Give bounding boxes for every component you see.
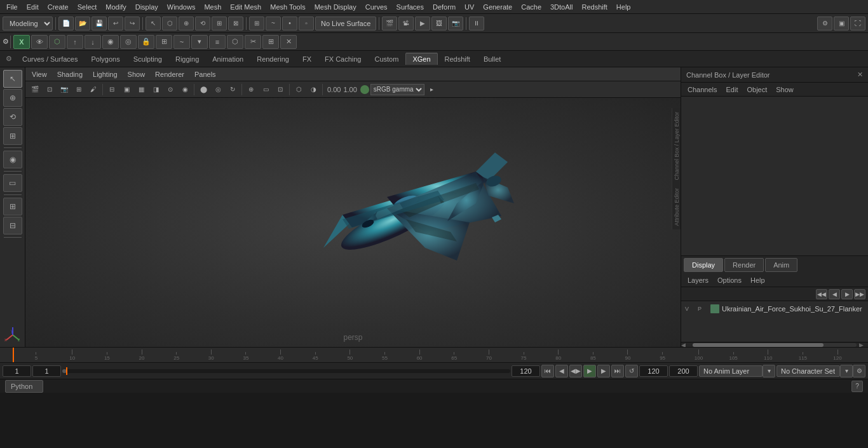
- xgen-extra1-btn[interactable]: ⊞: [262, 35, 279, 49]
- char-set-dropdown[interactable]: ▾: [840, 365, 853, 377]
- menu-windows[interactable]: Windows: [163, 2, 200, 12]
- rect-sel-btn[interactable]: ▭: [3, 174, 22, 192]
- layer-skip-forward-btn[interactable]: ▶▶: [854, 289, 865, 299]
- char-set-field[interactable]: No Character Set: [776, 365, 840, 377]
- rotate-btn[interactable]: ⟲: [195, 17, 210, 31]
- menu-edit[interactable]: Edit: [23, 2, 43, 12]
- vp-hud-btn[interactable]: ⊕: [244, 83, 258, 96]
- layer-skip-back-btn[interactable]: ◀◀: [816, 289, 827, 299]
- snap-grid-btn[interactable]: ⊞: [249, 17, 264, 31]
- xgen-arrow-btn[interactable]: ▾: [191, 35, 208, 49]
- tab-rigging[interactable]: Rigging: [169, 53, 205, 65]
- lo-layers[interactable]: Layers: [684, 275, 712, 285]
- tab-redshift[interactable]: Redshift: [438, 53, 477, 65]
- render-btn[interactable]: 🎬: [382, 17, 397, 31]
- render-seq-btn[interactable]: 📽: [398, 17, 414, 31]
- cb-edit[interactable]: Edit: [722, 85, 742, 95]
- tab-polygons[interactable]: Polygons: [85, 53, 126, 65]
- xgen-hex-btn[interactable]: ⬡: [227, 35, 243, 49]
- transport-skip-fwd[interactable]: ⏭: [611, 365, 624, 377]
- pause-btn[interactable]: ⏸: [469, 17, 484, 31]
- xgen-logo-btn[interactable]: X: [13, 35, 30, 49]
- vp-menu-panels[interactable]: Panels: [191, 69, 220, 79]
- menu-select[interactable]: Select: [74, 2, 101, 12]
- anim-layer-dropdown[interactable]: ▾: [763, 365, 775, 377]
- help-btn[interactable]: ?: [851, 381, 863, 392]
- lo-help[interactable]: Help: [747, 275, 769, 285]
- menu-create[interactable]: Create: [44, 2, 72, 12]
- transform-btn[interactable]: ⊠: [228, 17, 243, 31]
- timeline-scrub[interactable]: [62, 369, 510, 373]
- transport-play[interactable]: ▶: [583, 365, 596, 377]
- menu-display[interactable]: Display: [132, 2, 162, 12]
- tab-display[interactable]: Display: [684, 258, 723, 272]
- vp-paint-btn[interactable]: 🖌: [86, 83, 100, 96]
- cb-show[interactable]: Show: [772, 85, 797, 95]
- vp-cam2-btn[interactable]: 📷: [57, 83, 71, 96]
- layer-back-btn[interactable]: ◀: [829, 289, 840, 299]
- xgen-up-btn[interactable]: ↑: [67, 35, 83, 49]
- lo-options[interactable]: Options: [714, 275, 745, 285]
- ipr-btn[interactable]: ▶: [415, 17, 430, 31]
- xgen-guide-btn[interactable]: ◎: [120, 35, 137, 49]
- transport-skip-back[interactable]: ⏮: [541, 365, 554, 377]
- layout-btn[interactable]: ▣: [834, 17, 849, 31]
- tab-bullet[interactable]: Bullet: [477, 53, 508, 65]
- vp-colorspace-indicator[interactable]: [360, 85, 369, 94]
- transport-step-fwd[interactable]: ▶: [597, 365, 610, 377]
- tab-animation[interactable]: Animation: [206, 53, 250, 65]
- transport-loop[interactable]: ↺: [625, 365, 638, 377]
- cam-btn[interactable]: 📷: [448, 17, 463, 31]
- range-start-field[interactable]: 1: [32, 365, 61, 377]
- open-file-btn[interactable]: 📂: [75, 17, 90, 31]
- cb-object[interactable]: Object: [743, 85, 771, 95]
- xgen-leaf-btn[interactable]: ⬡: [49, 35, 65, 49]
- tab-rendering[interactable]: Rendering: [250, 53, 295, 65]
- select-tool-btn[interactable]: ↖: [146, 17, 161, 31]
- current-frame-field[interactable]: 1: [3, 365, 31, 377]
- snap-proj-btn[interactable]: ▫: [299, 17, 314, 31]
- tab-settings-icon[interactable]: ⚙: [3, 53, 15, 65]
- tab-fx-caching[interactable]: FX Caching: [318, 53, 367, 65]
- xgen-grid-btn[interactable]: ≡: [209, 35, 226, 49]
- layer-row-0[interactable]: V P Ukrainian_Air_Force_Sukhoi_Su_27_Fla…: [682, 302, 867, 315]
- fullscreen-btn[interactable]: ⛶: [850, 17, 865, 31]
- python-tab[interactable]: Python: [5, 380, 43, 393]
- tab-sculpting[interactable]: Sculpting: [127, 53, 168, 65]
- vp-more-btn[interactable]: ▸: [425, 83, 439, 96]
- scroll-track[interactable]: [693, 343, 857, 347]
- redo-btn[interactable]: ↪: [125, 17, 140, 31]
- live-surface-btn[interactable]: No Live Surface: [315, 17, 376, 31]
- lasso-btn[interactable]: ⬡: [162, 17, 177, 31]
- move-btn[interactable]: ⊕: [179, 17, 194, 31]
- rvt-channel-box[interactable]: Channel Box / Layer Editor: [672, 108, 681, 184]
- vp-menu-lighting[interactable]: Lighting: [89, 69, 121, 79]
- xgen-wave-btn[interactable]: ~: [173, 35, 190, 49]
- layer-forward-btn[interactable]: ▶: [841, 289, 853, 299]
- vp-frame-btn[interactable]: ⊡: [43, 83, 57, 96]
- tab-custom[interactable]: Custom: [369, 53, 405, 65]
- menu-uv[interactable]: UV: [461, 2, 478, 12]
- tab-curves-surfaces[interactable]: Curves / Surfaces: [16, 53, 84, 65]
- show-render-btn[interactable]: 🖼: [431, 17, 447, 31]
- menu-help[interactable]: Help: [613, 2, 635, 12]
- menu-modify[interactable]: Modify: [102, 2, 130, 12]
- timeline[interactable]: 5101520253035404550556065707580859095100…: [0, 347, 868, 362]
- new-file-btn[interactable]: 📄: [58, 17, 74, 31]
- menu-mesh-display[interactable]: Mesh Display: [311, 2, 360, 12]
- scale-tool[interactable]: ⊞: [3, 127, 22, 145]
- vp-shade-btn[interactable]: ◑: [306, 83, 320, 96]
- char-set-settings[interactable]: ⚙: [853, 365, 865, 377]
- menu-generate[interactable]: Generate: [479, 2, 516, 12]
- rvt-attribute-editor[interactable]: Attribute Editor: [672, 184, 681, 230]
- vp-cam-btn[interactable]: 🎬: [28, 83, 42, 96]
- vp-menu-show[interactable]: Show: [124, 69, 149, 79]
- soft-select-btn[interactable]: ◉: [3, 151, 22, 168]
- tab-anim[interactable]: Anim: [765, 258, 797, 272]
- vp-wire-btn[interactable]: ⊟: [105, 83, 119, 96]
- vp-tex-btn[interactable]: ⊙: [163, 83, 177, 96]
- anim-layer-field[interactable]: No Anim Layer: [699, 365, 763, 377]
- vp-sphere-btn[interactable]: ⬤: [196, 83, 210, 96]
- vp-gate-btn[interactable]: ▭: [259, 83, 273, 96]
- menu-file[interactable]: File: [3, 2, 22, 12]
